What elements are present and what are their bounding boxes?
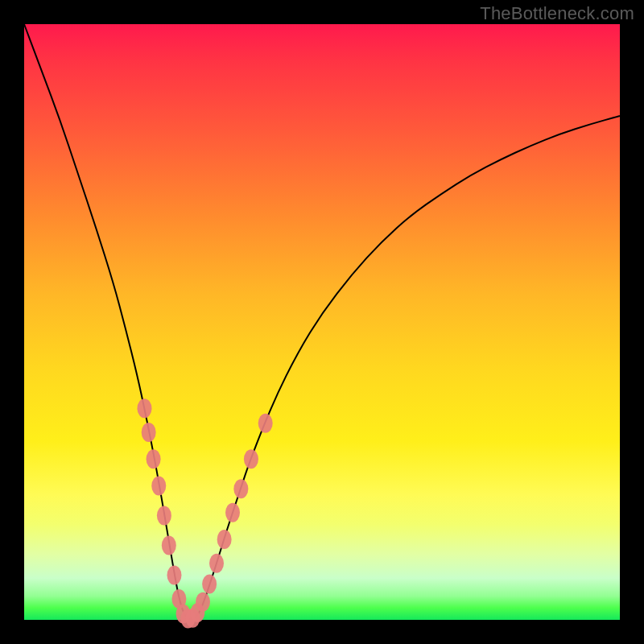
data-marker <box>137 398 151 418</box>
data-marker <box>217 530 232 549</box>
plot-area <box>24 24 620 620</box>
bottleneck-curve <box>24 24 620 619</box>
data-marker <box>142 423 156 442</box>
data-marker <box>167 566 181 585</box>
data-marker <box>162 536 176 555</box>
watermark-text: TheBottleneck.com <box>480 3 634 24</box>
data-marker <box>151 477 166 496</box>
data-marker <box>157 506 171 526</box>
data-marker <box>202 575 217 594</box>
data-marker <box>233 479 248 498</box>
data-marker <box>258 414 273 433</box>
data-marker <box>147 449 161 469</box>
marker-group <box>137 398 272 628</box>
curve-layer <box>24 24 620 620</box>
data-marker <box>196 592 210 612</box>
data-marker <box>244 449 258 469</box>
chart-frame: TheBottleneck.com <box>0 0 644 644</box>
data-marker <box>209 554 224 573</box>
data-marker <box>225 503 240 522</box>
